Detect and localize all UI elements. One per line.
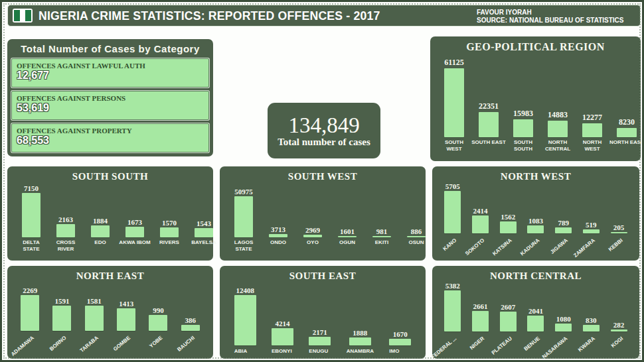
south-west-chart: 50975LAGOS STATE3713ONDO2969OYO1601OGUN9… <box>220 182 426 261</box>
bar-value-label: 61125 <box>444 58 463 68</box>
bar <box>500 221 517 233</box>
bar <box>125 227 144 237</box>
bar-value-label: 14883 <box>548 110 568 120</box>
author-text: FAVOUR IYORAH <box>477 9 623 17</box>
bar-column: 2661NIGER <box>472 302 489 358</box>
north-east-chart: 2269ADAMAWA1591BORNO1581TARABA1413GOMBE9… <box>7 282 213 359</box>
axis-label: IMO <box>389 348 411 357</box>
bar-value-label: 1080 <box>556 315 571 323</box>
axis-label-area: SOUTH WEST <box>437 137 471 157</box>
axis-label-area: CROSS RIVER <box>48 237 83 257</box>
axis-label-area: ONDO <box>261 237 295 257</box>
bar <box>52 306 71 331</box>
chart-title: GEO-POLITICAL REGION <box>430 36 641 53</box>
chart-title: SOUTH SOUTH <box>7 166 213 182</box>
total-cases-label: Total number of cases <box>278 137 370 148</box>
axis-label-area: NIGER <box>472 332 489 358</box>
axis-label: NORTH WEST <box>575 139 609 156</box>
bar <box>272 328 293 345</box>
bar-value-label: 205 <box>613 223 625 231</box>
chart-title: NORTH EAST <box>7 266 213 282</box>
bar-column: 2607PLATEAU <box>500 303 517 358</box>
bar-column: 3713ONDO <box>261 225 295 257</box>
bar-value-label: 2171 <box>313 328 327 336</box>
bar-value-label: 282 <box>613 321 625 329</box>
axis-label: SOUTH SOUTH <box>506 139 540 156</box>
bar-value-label: 789 <box>558 219 569 227</box>
bar-value-label: 1673 <box>127 218 142 226</box>
bar <box>444 191 461 233</box>
axis-label-area: BORNO <box>52 331 71 357</box>
bar-value-label: 1670 <box>393 330 408 338</box>
chart-title: SOUTH EAST <box>220 266 426 282</box>
panel-category-summary: Total Number of Cases by Category OFFENC… <box>7 39 213 156</box>
bar-column: 519ZAMFARA <box>583 221 600 260</box>
bar-value-label: 2163 <box>58 215 73 223</box>
bar <box>617 128 637 137</box>
axis-label: SOUTH EAST <box>471 139 506 156</box>
bar-value-label: 4214 <box>275 320 289 328</box>
bar-column: 5382FEDERAL ... <box>444 282 461 358</box>
bar <box>22 193 40 237</box>
axis-label-area: KWARA <box>583 332 600 358</box>
axis-label: DELTA STATE <box>14 239 48 257</box>
panel-geo-political-region: GEO-POLITICAL REGION 61125SOUTH WEST2235… <box>430 36 641 161</box>
axis-label: OGUN <box>330 239 364 257</box>
bar-value-label: 22351 <box>479 101 499 111</box>
axis-label-area: OSUN <box>399 237 434 257</box>
axis-label: ENUGU <box>309 348 331 357</box>
bar-value-label: 50975 <box>234 188 253 196</box>
bar-value-label: 990 <box>153 306 164 314</box>
axis-label: KADUNA <box>519 237 540 257</box>
panel-north-east: NORTH EAST 2269ADAMAWA1591BORNO1581TARAB… <box>7 266 213 359</box>
bar-column: 2163CROSS RIVER <box>48 215 83 257</box>
bar <box>56 224 75 237</box>
axis-label: BAYELSA <box>187 239 221 257</box>
axis-label: RIVERS <box>152 239 187 257</box>
summary-card-lawful-auth: OFFENCES AGAINST LAWFUL AUTH 12,677 <box>11 58 209 88</box>
axis-label: SOUTH WEST <box>437 139 471 156</box>
bar-value-label: 830 <box>586 316 597 324</box>
bar <box>389 339 411 345</box>
bar-value-label: 1591 <box>54 297 69 305</box>
bar <box>527 225 544 233</box>
bar <box>555 324 572 332</box>
axis-label: ONDO <box>261 239 295 257</box>
north-west-chart: 5705KANO2414SOKOTO1562KATSINA1083KADUNA7… <box>432 182 639 261</box>
bar-column: 5705KANO <box>444 182 461 260</box>
axis-label-area: OGUN <box>330 237 364 257</box>
bar <box>21 295 39 331</box>
bar-value-label: 7150 <box>24 184 39 192</box>
axis-label: KEBBI <box>607 237 624 253</box>
axis-label: SOKOTO <box>464 237 485 257</box>
category-value: 53,619 <box>17 102 204 114</box>
bar-value-label: 5705 <box>445 182 460 190</box>
axis-label-area: EDO <box>83 237 118 257</box>
bar <box>500 312 517 332</box>
axis-label-area: ANAMBRA <box>347 345 374 355</box>
flag-green-stripe <box>25 10 31 21</box>
axis-label-area: NASARAWA <box>555 332 572 358</box>
flag-green-stripe <box>14 10 20 21</box>
axis-label: EKITI <box>364 239 399 257</box>
axis-label: KOGI <box>609 335 623 349</box>
category-label: OFFENCES AGAINST PERSONS <box>17 94 204 102</box>
bar <box>195 228 213 237</box>
axis-label: GOMBE <box>112 335 131 352</box>
axis-label-area: SOUTH SOUTH <box>506 137 540 157</box>
bar-column: 386BAUCHI <box>181 316 200 357</box>
bar-column: 990YOBE <box>149 306 167 357</box>
axis-label: NORTH EAST <box>609 139 644 156</box>
bar-value-label: 1581 <box>87 297 102 305</box>
axis-label: YOBE <box>148 335 163 349</box>
bar-column: 15983SOUTH SOUTH <box>506 109 540 157</box>
bar-column: 12277NORTH WEST <box>575 113 609 157</box>
bar-column: 22351SOUTH EAST <box>471 101 506 157</box>
panel-north-central: NORTH CENTRAL 5382FEDERAL ...2661NIGER26… <box>432 266 639 359</box>
axis-label: NIGER <box>469 335 485 351</box>
bar-value-label: 3713 <box>271 225 285 233</box>
bar <box>181 325 200 331</box>
category-label: OFFENCES AGAINST LAWFUL AUTH <box>17 62 204 70</box>
bar-column: 7150DELTA STATE <box>14 184 48 257</box>
axis-label: ABIA <box>234 348 256 357</box>
